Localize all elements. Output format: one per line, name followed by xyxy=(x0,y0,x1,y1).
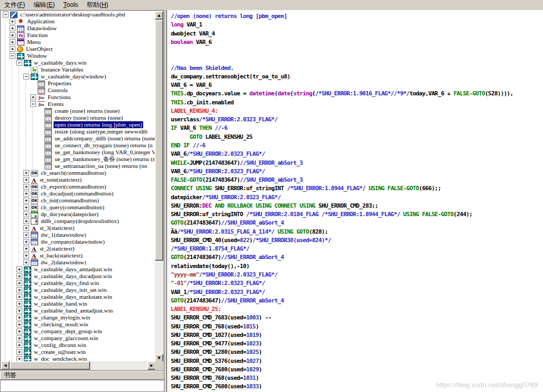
tree-item[interactable]: +w_cashtable_days_init_set.win xyxy=(1,287,156,293)
collapse-toggle-icon[interactable]: − xyxy=(30,101,36,107)
bookmarks-list[interactable] xyxy=(0,380,164,392)
object-tree[interactable]: −c:\users\administrator\desktop\oau8tool… xyxy=(1,11,156,362)
scroll-left-arrow-icon[interactable]: ◀ xyxy=(1,361,10,370)
collapse-toggle-icon[interactable]: − xyxy=(10,53,15,59)
tree-item[interactable]: +✹Application xyxy=(1,18,156,25)
tree-item[interactable]: +dw_company(datawindow) xyxy=(1,238,156,245)
collapse-toggle-icon[interactable]: − xyxy=(16,60,22,66)
expand-toggle-icon[interactable]: + xyxy=(23,170,29,176)
tree-item[interactable]: +OKcb_docadjust(commandbutton) xyxy=(1,190,156,197)
tree-item[interactable]: ue_addcompany_ddlb (none) returns (none xyxy=(1,135,156,142)
menu-item-file[interactable]: 文件(F) xyxy=(0,0,29,10)
tree-item[interactable]: ue_connect_db_tryagain (none) returns (n xyxy=(1,142,156,149)
expand-toggle-icon[interactable]: + xyxy=(23,177,29,183)
expand-toggle-icon[interactable]: + xyxy=(16,335,22,341)
tree-item[interactable]: IvInstance Variables xyxy=(1,66,156,73)
expand-toggle-icon[interactable]: + xyxy=(23,232,29,238)
tree-item[interactable]: +w_company_glaccount.win xyxy=(1,335,156,342)
collapse-toggle-icon[interactable]: − xyxy=(3,12,8,17)
tree-item[interactable]: +w_cashtable_days_amtadjust.win xyxy=(1,266,156,273)
tree-item[interactable]: +w_config_dbconn.win xyxy=(1,342,156,349)
tree-item[interactable]: Controls xyxy=(1,87,156,94)
expand-toggle-icon[interactable]: + xyxy=(23,198,29,203)
tree-item[interactable]: +Ast_2(statictext) xyxy=(1,245,156,252)
expand-toggle-icon[interactable]: + xyxy=(10,25,15,31)
menu-item-help[interactable]: 帮助(H) xyxy=(82,0,112,10)
tree-item[interactable]: +fooFunctions xyxy=(1,94,156,101)
tree-item[interactable]: +w_cashtable_days_docadjust.win xyxy=(1,273,156,280)
tree-vertical-scrollbar[interactable]: ▲ ▼ xyxy=(155,11,163,362)
tree-item[interactable]: destroy (none) returns (none) xyxy=(1,114,156,121)
expand-toggle-icon[interactable]: + xyxy=(16,266,22,272)
expand-toggle-icon[interactable]: + xyxy=(16,315,22,320)
expand-toggle-icon[interactable]: + xyxy=(23,253,29,259)
tree-item[interactable]: +OKcb_search(commandbutton) xyxy=(1,170,156,176)
expand-toggle-icon[interactable]: + xyxy=(23,218,29,224)
expand-toggle-icon[interactable]: + xyxy=(16,294,22,300)
tree-item[interactable]: open (none) returns long [pbm_open] xyxy=(1,121,156,128)
tree-item[interactable]: create (none) returns (none) xyxy=(1,108,156,114)
tree-item[interactable]: +w_company_dept_group.win xyxy=(1,328,156,335)
code-editor[interactable]: //open (none) returns long [pbm_open]lon… xyxy=(167,10,543,392)
menu-item-edit[interactable]: 编辑(E) xyxy=(29,0,59,10)
expand-toggle-icon[interactable]: + xyxy=(16,308,22,314)
expand-toggle-icon[interactable]: + xyxy=(23,246,29,252)
expand-toggle-icon[interactable]: + xyxy=(23,184,29,190)
tree-item[interactable]: +Menu xyxy=(1,39,156,46)
tree-item[interactable]: +w_create_u@user.win xyxy=(1,349,156,355)
tree-item[interactable]: +w_change_mylogin.win xyxy=(1,314,156,321)
tree-item[interactable]: resize (ulong sizetype,integer newwidth xyxy=(1,128,156,135)
tree-item[interactable]: +dw_1(datawindow) xyxy=(1,231,156,238)
tree-item[interactable]: +▾ddlb_company(dropdownlistbox) xyxy=(1,218,156,225)
expand-toggle-icon[interactable]: + xyxy=(10,32,15,38)
expand-toggle-icon[interactable]: + xyxy=(23,260,29,265)
tree-item[interactable]: +Ast_back(statictext) xyxy=(1,252,156,259)
expand-toggle-icon[interactable]: + xyxy=(16,287,22,293)
tree-item[interactable]: +w_cashtable_hand.win xyxy=(1,300,156,307)
tree-item[interactable]: +dp_docyears(datepicker) xyxy=(1,211,156,218)
tree-item[interactable]: +UserObject xyxy=(1,46,156,52)
tree-item[interactable]: −c:\users\administrator\desktop\oau8tool… xyxy=(1,11,156,18)
expand-toggle-icon[interactable]: + xyxy=(16,328,22,334)
tree-item[interactable]: ue_settransaction_oa (none) returns (no xyxy=(1,163,156,170)
tree-item[interactable]: +Ast_note(statictext) xyxy=(1,176,156,183)
expand-toggle-icon[interactable]: + xyxy=(23,211,29,217)
tree-item[interactable]: −Window xyxy=(1,52,156,59)
tree-item[interactable]: +w_checking_result.win xyxy=(1,321,156,328)
tree-item[interactable]: ue_get_bankmoney (long VAR_0,integer VA xyxy=(1,149,156,156)
tree-item[interactable]: +dw_2(datawindow) xyxy=(1,259,156,266)
tree-item[interactable]: +w_cashtable_hand_amtadjust.win xyxy=(1,307,156,314)
tree-horizontal-scrollbar[interactable]: ◀ ▶ xyxy=(1,361,156,370)
expand-toggle-icon[interactable]: + xyxy=(10,19,15,24)
tree-item[interactable]: +OKcb_query(commandbutton) xyxy=(1,204,156,211)
bookmarks-header[interactable]: 书签 xyxy=(0,371,164,380)
expand-toggle-icon[interactable]: + xyxy=(16,342,22,348)
expand-toggle-icon[interactable]: + xyxy=(23,239,29,245)
expand-toggle-icon[interactable]: + xyxy=(16,322,22,327)
tree-item[interactable]: +w_cashtable_days_find.win xyxy=(1,280,156,287)
expand-toggle-icon[interactable]: + xyxy=(23,204,29,210)
tree-item[interactable]: +Datawindow xyxy=(1,25,156,32)
tree-item[interactable]: +OKcb_export(commandbutton) xyxy=(1,183,156,190)
tree-item[interactable]: +OKcb_init(commandbutton) xyxy=(1,197,156,204)
horizontal-scroll-thumb[interactable] xyxy=(10,361,90,370)
collapse-toggle-icon[interactable]: − xyxy=(23,74,29,79)
tree-item[interactable]: +fxFunction xyxy=(1,32,156,39)
tree-item[interactable]: +w_cashtable_days_markstate.win xyxy=(1,293,156,300)
tree-item[interactable]: ue_get_bankmoney_备份 (none) returns (n xyxy=(1,156,156,163)
expand-toggle-icon[interactable]: + xyxy=(16,349,22,355)
tree-item[interactable]: Properties xyxy=(1,80,156,87)
tree-item[interactable]: −fooEvents xyxy=(1,101,156,108)
scroll-up-arrow-icon[interactable]: ▲ xyxy=(155,11,163,20)
expand-toggle-icon[interactable]: + xyxy=(23,191,29,197)
menu-item-tools[interactable]: Tools xyxy=(59,0,82,10)
vertical-scroll-thumb[interactable] xyxy=(155,20,163,261)
expand-toggle-icon[interactable]: + xyxy=(10,39,15,45)
expand-toggle-icon[interactable]: + xyxy=(23,225,29,231)
expand-toggle-icon[interactable]: + xyxy=(30,94,36,100)
tree-item[interactable]: +Ast_3(statictext) xyxy=(1,225,156,231)
tree-item[interactable]: −w_cashtable_days.win xyxy=(1,59,156,66)
expand-toggle-icon[interactable]: + xyxy=(16,273,22,279)
expand-toggle-icon[interactable]: + xyxy=(10,46,15,52)
expand-toggle-icon[interactable]: + xyxy=(16,301,22,307)
